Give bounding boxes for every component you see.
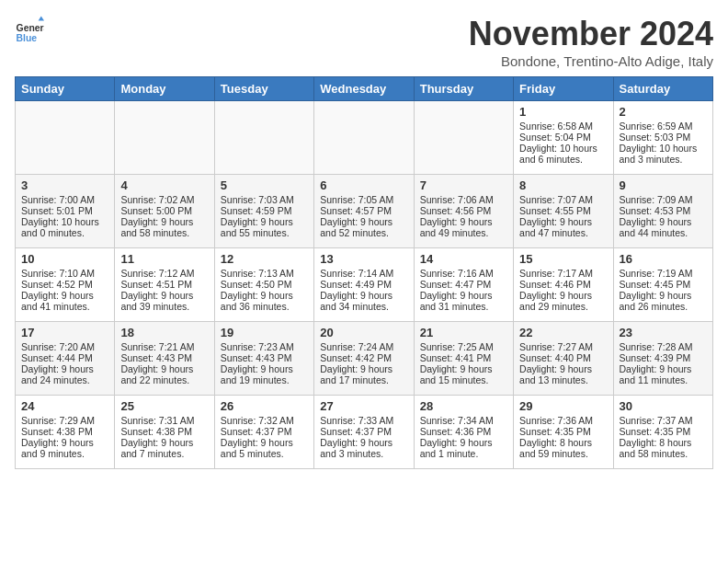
calendar-cell: 13Sunrise: 7:14 AMSunset: 4:49 PMDayligh… — [314, 248, 414, 322]
day-info: Daylight: 9 hours and 24 minutes. — [21, 363, 108, 385]
day-number: 30 — [620, 399, 707, 413]
calendar-cell: 18Sunrise: 7:21 AMSunset: 4:43 PMDayligh… — [115, 322, 214, 396]
calendar-cell: 5Sunrise: 7:03 AMSunset: 4:59 PMDaylight… — [214, 175, 313, 248]
day-info: Sunset: 4:55 PM — [519, 205, 607, 216]
day-info: Daylight: 9 hours and 31 minutes. — [420, 290, 507, 312]
calendar-body: 1Sunrise: 6:58 AMSunset: 5:04 PMDaylight… — [16, 101, 713, 469]
weekday-header: Sunday — [16, 77, 115, 101]
day-info: Sunset: 4:44 PM — [21, 352, 108, 363]
calendar-cell: 23Sunrise: 7:28 AMSunset: 4:39 PMDayligh… — [613, 322, 712, 396]
day-info: Sunset: 4:36 PM — [420, 426, 507, 437]
calendar-cell: 2Sunrise: 6:59 AMSunset: 5:03 PMDaylight… — [613, 101, 712, 175]
day-info: Sunrise: 7:03 AM — [221, 194, 308, 205]
day-info: Sunset: 4:43 PM — [221, 352, 308, 363]
day-number: 23 — [620, 326, 707, 339]
page-header: General Blue November 2024 Bondone, Tren… — [15, 15, 713, 69]
day-info: Daylight: 9 hours and 55 minutes. — [221, 216, 308, 238]
day-info: Sunset: 4:56 PM — [420, 205, 507, 216]
day-info: Daylight: 9 hours and 58 minutes. — [120, 216, 208, 238]
day-info: Daylight: 9 hours and 34 minutes. — [320, 290, 407, 312]
calendar-cell: 21Sunrise: 7:25 AMSunset: 4:41 PMDayligh… — [414, 322, 513, 396]
day-info: Sunrise: 7:21 AM — [120, 341, 208, 352]
day-info: Daylight: 9 hours and 9 minutes. — [21, 437, 108, 459]
day-info: Sunset: 4:38 PM — [21, 426, 108, 437]
weekday-header: Tuesday — [214, 77, 313, 101]
day-info: Daylight: 8 hours and 58 minutes. — [620, 437, 707, 459]
day-number: 13 — [320, 252, 407, 266]
day-number: 2 — [620, 105, 707, 119]
weekday-header: Saturday — [613, 77, 712, 101]
calendar-cell — [314, 101, 414, 175]
day-info: Sunset: 4:35 PM — [620, 426, 707, 437]
day-number: 14 — [420, 252, 507, 266]
calendar-week-row: 1Sunrise: 6:58 AMSunset: 5:04 PMDaylight… — [16, 101, 713, 175]
day-info: Sunset: 5:01 PM — [21, 205, 108, 216]
day-info: Sunset: 4:57 PM — [320, 205, 407, 216]
weekday-header: Thursday — [414, 77, 513, 101]
day-info: Daylight: 9 hours and 47 minutes. — [519, 216, 607, 238]
day-info: Sunrise: 7:32 AM — [221, 415, 308, 426]
day-number: 27 — [320, 399, 407, 413]
day-info: Sunrise: 7:37 AM — [620, 415, 707, 426]
weekday-header: Friday — [514, 77, 613, 101]
day-info: Daylight: 8 hours and 59 minutes. — [519, 437, 607, 459]
calendar-cell: 16Sunrise: 7:19 AMSunset: 4:45 PMDayligh… — [613, 248, 712, 322]
day-info: Daylight: 9 hours and 5 minutes. — [221, 437, 308, 459]
day-info: Daylight: 9 hours and 44 minutes. — [620, 216, 707, 238]
calendar-cell: 26Sunrise: 7:32 AMSunset: 4:37 PMDayligh… — [214, 396, 313, 469]
day-info: Sunrise: 7:17 AM — [519, 268, 607, 279]
day-info: Sunset: 4:49 PM — [320, 279, 407, 290]
calendar-week-row: 24Sunrise: 7:29 AMSunset: 4:38 PMDayligh… — [16, 396, 713, 469]
day-info: Sunrise: 7:29 AM — [21, 415, 108, 426]
day-info: Sunrise: 7:34 AM — [420, 415, 507, 426]
calendar-cell: 22Sunrise: 7:27 AMSunset: 4:40 PMDayligh… — [514, 322, 613, 396]
day-info: Daylight: 9 hours and 22 minutes. — [120, 363, 208, 385]
calendar-cell: 19Sunrise: 7:23 AMSunset: 4:43 PMDayligh… — [214, 322, 313, 396]
day-number: 25 — [120, 399, 208, 413]
calendar-cell: 8Sunrise: 7:07 AMSunset: 4:55 PMDaylight… — [514, 175, 613, 248]
day-info: Sunrise: 7:20 AM — [21, 341, 108, 352]
day-info: Sunrise: 7:07 AM — [519, 194, 607, 205]
day-info: Sunset: 4:37 PM — [221, 426, 308, 437]
calendar-week-row: 10Sunrise: 7:10 AMSunset: 4:52 PMDayligh… — [16, 248, 713, 322]
day-info: Sunset: 4:41 PM — [420, 352, 507, 363]
calendar-cell: 1Sunrise: 6:58 AMSunset: 5:04 PMDaylight… — [514, 101, 613, 175]
day-info: Sunrise: 7:28 AM — [620, 341, 707, 352]
day-number: 19 — [221, 326, 308, 339]
day-info: Sunrise: 7:10 AM — [21, 268, 108, 279]
day-number: 4 — [120, 178, 208, 192]
title-block: November 2024 Bondone, Trentino-Alto Adi… — [469, 15, 713, 69]
day-info: Sunrise: 7:16 AM — [420, 268, 507, 279]
day-info: Sunset: 4:52 PM — [21, 279, 108, 290]
day-info: Sunrise: 7:23 AM — [221, 341, 308, 352]
calendar-cell — [115, 101, 214, 175]
day-info: Sunrise: 7:09 AM — [620, 194, 707, 205]
logo-icon: General Blue — [15, 15, 44, 44]
calendar-week-row: 17Sunrise: 7:20 AMSunset: 4:44 PMDayligh… — [16, 322, 713, 396]
day-info: Sunrise: 6:59 AM — [620, 121, 707, 132]
calendar-cell: 20Sunrise: 7:24 AMSunset: 4:42 PMDayligh… — [314, 322, 414, 396]
day-info: Sunrise: 7:24 AM — [320, 341, 407, 352]
day-info: Sunrise: 7:14 AM — [320, 268, 407, 279]
day-info: Daylight: 9 hours and 17 minutes. — [320, 363, 407, 385]
month-title: November 2024 — [469, 15, 713, 53]
day-info: Sunset: 4:46 PM — [519, 279, 607, 290]
day-info: Sunrise: 7:36 AM — [519, 415, 607, 426]
day-number: 3 — [21, 178, 108, 192]
day-info: Sunrise: 7:05 AM — [320, 194, 407, 205]
day-number: 28 — [420, 399, 507, 413]
svg-marker-2 — [39, 17, 44, 21]
day-number: 29 — [519, 399, 607, 413]
location: Bondone, Trentino-Alto Adige, Italy — [469, 53, 713, 69]
calendar-cell: 14Sunrise: 7:16 AMSunset: 4:47 PMDayligh… — [414, 248, 513, 322]
day-info: Daylight: 9 hours and 13 minutes. — [519, 363, 607, 385]
day-info: Daylight: 9 hours and 3 minutes. — [320, 437, 407, 459]
day-info: Daylight: 10 hours and 3 minutes. — [620, 143, 707, 165]
calendar-week-row: 3Sunrise: 7:00 AMSunset: 5:01 PMDaylight… — [16, 175, 713, 248]
day-info: Daylight: 9 hours and 36 minutes. — [221, 290, 308, 312]
day-number: 10 — [21, 252, 108, 266]
day-number: 12 — [221, 252, 308, 266]
day-info: Daylight: 9 hours and 7 minutes. — [120, 437, 208, 459]
day-number: 7 — [420, 178, 507, 192]
day-info: Sunset: 4:45 PM — [620, 279, 707, 290]
